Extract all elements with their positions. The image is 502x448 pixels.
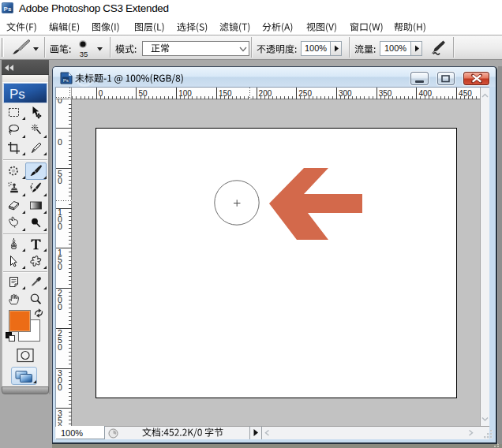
svg-text:Ps: Ps [63, 78, 69, 83]
svg-text:Ps: Ps [4, 6, 12, 13]
